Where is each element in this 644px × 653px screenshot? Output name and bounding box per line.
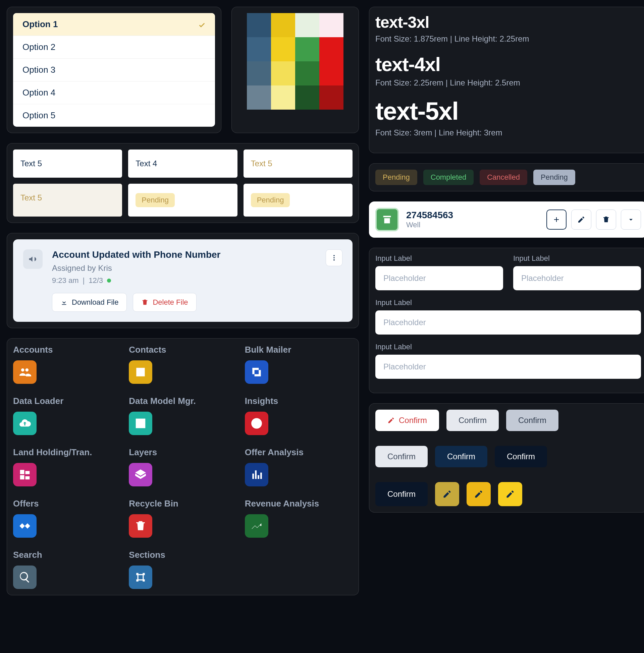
bars-icon	[245, 463, 268, 486]
cloud-up-icon	[13, 412, 37, 435]
confirm-button-lightgrey[interactable]: Confirm	[446, 410, 499, 431]
form-panel: Input LabelInput LabelInput LabelInput L…	[369, 248, 644, 393]
text-input-2[interactable]	[513, 266, 641, 290]
edit-button[interactable]	[571, 210, 591, 229]
input-label: Input Label	[375, 254, 503, 263]
entity-type: Well	[406, 221, 539, 229]
id-icon	[129, 360, 152, 384]
download-file-button[interactable]: Download File	[52, 293, 127, 312]
option-label: Option 1	[22, 19, 58, 29]
entity-id: 274584563	[406, 210, 539, 221]
pie-icon	[245, 412, 268, 435]
color-swatch[interactable]	[247, 13, 271, 37]
edit-icon-button-yellow[interactable]	[498, 482, 522, 506]
color-swatch[interactable]	[247, 61, 271, 86]
typography-name: text-5xl	[375, 97, 641, 125]
confirm-button-lightgrey-2[interactable]: Confirm	[375, 446, 428, 467]
svg-point-0	[334, 255, 335, 257]
color-swatch[interactable]	[319, 61, 343, 86]
dropdown-button[interactable]	[621, 210, 641, 229]
app-sections[interactable]: Sections	[129, 550, 236, 589]
options-panel: Option 1Option 2Option 3Option 4Option 5	[7, 7, 221, 133]
text-card: Pending	[244, 184, 352, 217]
stack-icon	[245, 360, 268, 384]
app-data-loader[interactable]: Data Loader	[13, 396, 121, 435]
app-recycle-bin[interactable]: Recycle Bin	[129, 499, 236, 538]
more-actions-button[interactable]	[326, 249, 342, 266]
color-swatch[interactable]	[295, 13, 319, 37]
trash-icon	[602, 216, 610, 224]
app-accounts[interactable]: Accounts	[13, 345, 121, 384]
confirm-button-grey[interactable]: Confirm	[506, 410, 558, 431]
typography-detail: Font Size: 1.875rem | Line Height: 2.25r…	[375, 34, 641, 44]
delete-button[interactable]	[596, 210, 616, 229]
app-label: Land Holding/Tran.	[13, 447, 121, 458]
option-row-5[interactable]: Option 5	[13, 104, 215, 127]
color-swatch[interactable]	[271, 86, 295, 110]
plus-icon	[552, 216, 560, 224]
color-swatch[interactable]	[295, 86, 319, 110]
entity-card-panel: 274584563 Well	[369, 201, 644, 238]
color-swatch[interactable]	[295, 61, 319, 86]
text-input-3[interactable]	[375, 310, 641, 335]
svg-point-1	[334, 257, 335, 259]
handshake-icon	[13, 514, 37, 538]
color-swatch[interactable]	[271, 13, 295, 37]
app-label: Offers	[13, 499, 121, 509]
well-icon	[375, 208, 399, 231]
option-label: Option 4	[22, 88, 55, 98]
option-row-4[interactable]: Option 4	[13, 81, 215, 104]
app-insights[interactable]: Insights	[245, 396, 352, 435]
color-swatch[interactable]	[319, 37, 343, 61]
color-swatch[interactable]	[247, 37, 271, 61]
text-input-1[interactable]	[375, 266, 503, 290]
color-swatch[interactable]	[247, 86, 271, 110]
app-revenue-analysis[interactable]: Revenue Analysis	[245, 499, 352, 538]
option-row-1[interactable]: Option 1	[13, 13, 215, 36]
add-button[interactable]	[546, 210, 567, 229]
status-dot-icon	[107, 279, 111, 283]
app-label: Data Model Mgr.	[129, 396, 236, 406]
option-row-2[interactable]: Option 2	[13, 36, 215, 59]
trash-icon	[129, 514, 152, 538]
option-row-3[interactable]: Option 3	[13, 59, 215, 81]
color-swatch[interactable]	[295, 37, 319, 61]
bbox-icon	[129, 565, 152, 589]
app-label: Sections	[129, 550, 236, 560]
color-swatch[interactable]	[319, 86, 343, 110]
delete-file-button[interactable]: Delete File	[133, 293, 196, 312]
app-offers[interactable]: Offers	[13, 499, 121, 538]
app-label: Layers	[129, 447, 236, 458]
color-swatch[interactable]	[271, 61, 295, 86]
app-label: Revenue Analysis	[245, 499, 352, 509]
app-land-holding-tran-[interactable]: Land Holding/Tran.	[13, 447, 121, 486]
text-input-4[interactable]	[375, 355, 641, 379]
color-swatch[interactable]	[319, 13, 343, 37]
layers-icon	[129, 463, 152, 486]
kebab-icon	[330, 254, 338, 262]
confirm-button-dark-2[interactable]: Confirm	[375, 482, 428, 506]
confirm-button-white[interactable]: Confirm	[375, 410, 439, 431]
app-search[interactable]: Search	[13, 550, 121, 589]
app-layers[interactable]: Layers	[129, 447, 236, 486]
typography-text-4xl: text-4xlFont Size: 2.25rem | Line Height…	[375, 53, 641, 88]
app-label: Contacts	[129, 345, 236, 355]
option-label: Option 3	[22, 65, 55, 75]
color-swatch[interactable]	[271, 37, 295, 61]
color-swatches-panel	[231, 7, 359, 133]
app-label: Recycle Bin	[129, 499, 236, 509]
edit-icon-button-olive[interactable]	[435, 482, 459, 506]
download-icon	[60, 299, 68, 306]
notification-date: 12/3	[89, 276, 103, 285]
confirm-button-blue[interactable]: Confirm	[435, 446, 487, 467]
input-label: Input Label	[513, 254, 641, 263]
app-data-model-mgr-[interactable]: Data Model Mgr.	[129, 396, 236, 435]
pending-badge: Pending	[136, 193, 175, 207]
app-contacts[interactable]: Contacts	[129, 345, 236, 384]
edit-icon-button-gold[interactable]	[466, 482, 491, 506]
apps-panel: AccountsContactsBulk MailerData LoaderDa…	[7, 338, 359, 595]
confirm-button-dark[interactable]: Confirm	[495, 446, 547, 467]
check-icon	[198, 21, 206, 28]
app-offer-analysis[interactable]: Offer Analysis	[245, 447, 352, 486]
app-bulk-mailer[interactable]: Bulk Mailer	[245, 345, 352, 384]
